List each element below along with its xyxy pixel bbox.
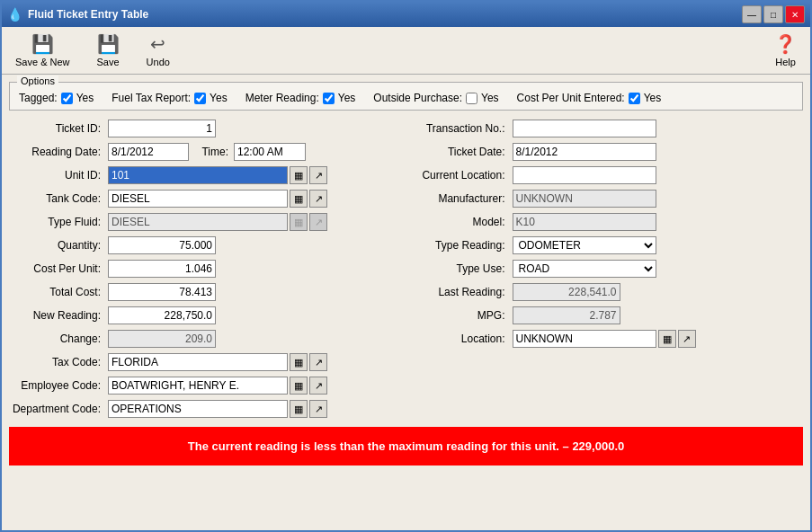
last-reading-input bbox=[513, 283, 620, 301]
fuel-tax-checkbox[interactable] bbox=[194, 93, 206, 104]
type-fluid-label: Type Fluid: bbox=[9, 216, 108, 228]
transaction-no-input[interactable] bbox=[513, 120, 656, 137]
cost-per-unit-yes: Yes bbox=[644, 92, 662, 104]
location-input[interactable] bbox=[513, 330, 656, 348]
cost-per-unit-label: Cost Per Unit: bbox=[9, 262, 108, 275]
tax-code-input[interactable] bbox=[108, 353, 288, 371]
model-input bbox=[513, 213, 656, 231]
employee-code-grid-button[interactable]: ▦ bbox=[290, 377, 308, 395]
unit-id-open-button[interactable]: ↗ bbox=[309, 166, 327, 184]
outside-purchase-option: Outside Purchase: Yes bbox=[373, 92, 498, 104]
mpg-input bbox=[513, 306, 620, 324]
type-fluid-grid-button: ▦ bbox=[290, 213, 308, 231]
new-reading-row: New Reading: bbox=[9, 306, 399, 324]
minimize-button[interactable]: — bbox=[742, 5, 762, 23]
employee-code-label: Employee Code: bbox=[9, 379, 108, 392]
total-cost-label: Total Cost: bbox=[9, 286, 108, 298]
save-new-button[interactable]: 💾 Save & New bbox=[9, 31, 76, 70]
tax-code-grid-button[interactable]: ▦ bbox=[290, 353, 308, 371]
current-location-input[interactable] bbox=[513, 166, 656, 184]
employee-code-row: Employee Code: ▦ ↗ bbox=[9, 377, 399, 395]
cost-per-unit-checkbox[interactable] bbox=[629, 93, 640, 104]
mpg-label: MPG: bbox=[414, 309, 513, 322]
cost-per-unit-input[interactable] bbox=[108, 260, 216, 278]
new-reading-input[interactable] bbox=[108, 306, 216, 324]
current-location-row: Current Location: bbox=[414, 166, 804, 184]
tank-code-label: Tank Code: bbox=[9, 192, 108, 205]
employee-code-open-button[interactable]: ↗ bbox=[309, 377, 327, 395]
type-fluid-open-button: ↗ bbox=[309, 213, 327, 231]
right-form-column: Transaction No.: Ticket Date: Current Lo… bbox=[414, 120, 804, 418]
department-code-input[interactable] bbox=[108, 400, 288, 418]
save-button[interactable]: 💾 Save bbox=[91, 31, 126, 70]
reading-date-row: Reading Date: Time: bbox=[9, 143, 399, 161]
left-form-column: Ticket ID: Reading Date: Time: Unit ID: … bbox=[9, 120, 399, 418]
quantity-input[interactable] bbox=[108, 236, 216, 254]
tax-code-label: Tax Code: bbox=[9, 356, 108, 368]
current-location-label: Current Location: bbox=[414, 169, 513, 182]
tagged-checkbox[interactable] bbox=[61, 93, 73, 104]
reading-date-label: Reading Date: bbox=[9, 146, 108, 158]
manufacturer-row: Manufacturer: bbox=[414, 190, 804, 208]
form-area: Ticket ID: Reading Date: Time: Unit ID: … bbox=[9, 120, 803, 418]
reading-date-input[interactable] bbox=[108, 143, 189, 161]
transaction-no-row: Transaction No.: bbox=[414, 120, 804, 137]
last-reading-row: Last Reading: bbox=[414, 283, 804, 301]
location-row: Location: ▦ ↗ bbox=[414, 330, 804, 348]
department-code-grid-button[interactable]: ▦ bbox=[290, 400, 308, 418]
tagged-yes: Yes bbox=[76, 92, 94, 104]
main-content: Options Tagged: Yes Fuel Tax Report: Yes… bbox=[2, 75, 810, 530]
total-cost-row: Total Cost: bbox=[9, 283, 399, 301]
ticket-id-label: Ticket ID: bbox=[9, 122, 108, 135]
ticket-id-row: Ticket ID: bbox=[9, 120, 399, 137]
total-cost-input[interactable] bbox=[108, 283, 216, 301]
type-use-label: Type Use: bbox=[414, 262, 513, 275]
title-bar: 💧 Fluid Ticket Entry Table — □ ✕ bbox=[2, 2, 810, 27]
cost-per-unit-row: Cost Per Unit: bbox=[9, 260, 399, 278]
department-code-row: Department Code: ▦ ↗ bbox=[9, 400, 399, 418]
ticket-id-input[interactable] bbox=[108, 120, 216, 137]
type-use-select[interactable]: ROAD OFF-ROAD bbox=[513, 260, 656, 278]
tagged-option: Tagged: Yes bbox=[19, 92, 94, 104]
time-input[interactable] bbox=[234, 143, 306, 161]
department-code-label: Department Code: bbox=[9, 403, 108, 415]
help-icon: ❓ bbox=[774, 33, 797, 55]
location-open-button[interactable]: ↗ bbox=[678, 330, 696, 348]
tagged-label: Tagged: bbox=[19, 92, 58, 104]
change-input bbox=[108, 330, 216, 348]
save-new-icon: 💾 bbox=[31, 33, 54, 55]
location-grid-button[interactable]: ▦ bbox=[658, 330, 676, 348]
department-code-open-button[interactable]: ↗ bbox=[309, 400, 327, 418]
tank-code-open-button[interactable]: ↗ bbox=[309, 190, 327, 208]
meter-yes: Yes bbox=[338, 92, 356, 104]
ticket-date-row: Ticket Date: bbox=[414, 143, 804, 161]
tank-code-grid-button[interactable]: ▦ bbox=[290, 190, 308, 208]
alert-bar: The current reading is less than the max… bbox=[9, 427, 803, 466]
maximize-button[interactable]: □ bbox=[763, 5, 783, 23]
close-button[interactable]: ✕ bbox=[785, 5, 805, 23]
unit-id-input[interactable] bbox=[108, 166, 288, 184]
manufacturer-label: Manufacturer: bbox=[414, 192, 513, 205]
employee-code-input[interactable] bbox=[108, 377, 288, 395]
outside-checkbox[interactable] bbox=[466, 93, 477, 104]
tax-code-open-button[interactable]: ↗ bbox=[309, 353, 327, 371]
undo-label: Undo bbox=[147, 57, 170, 67]
ticket-date-input[interactable] bbox=[513, 143, 656, 161]
change-row: Change: bbox=[9, 330, 399, 348]
unit-id-grid-button[interactable]: ▦ bbox=[290, 166, 308, 184]
tank-code-input[interactable] bbox=[108, 190, 288, 208]
help-button[interactable]: ❓ Help bbox=[768, 31, 803, 70]
undo-icon: ↩ bbox=[150, 33, 165, 55]
meter-checkbox[interactable] bbox=[323, 93, 335, 104]
fuel-tax-label: Fuel Tax Report: bbox=[112, 92, 191, 104]
ticket-date-label: Ticket Date: bbox=[414, 146, 513, 158]
undo-button[interactable]: ↩ Undo bbox=[140, 31, 176, 70]
cost-per-unit-entered-label: Cost Per Unit Entered: bbox=[517, 92, 625, 104]
last-reading-label: Last Reading: bbox=[414, 286, 513, 298]
type-fluid-row: Type Fluid: ▦ ↗ bbox=[9, 213, 399, 231]
options-group: Options Tagged: Yes Fuel Tax Report: Yes… bbox=[9, 82, 803, 111]
model-label: Model: bbox=[414, 216, 513, 228]
time-label: Time: bbox=[189, 146, 234, 158]
type-reading-select[interactable]: ODOMETER HOUR METER NONE bbox=[513, 236, 656, 254]
type-use-row: Type Use: ROAD OFF-ROAD bbox=[414, 260, 804, 278]
